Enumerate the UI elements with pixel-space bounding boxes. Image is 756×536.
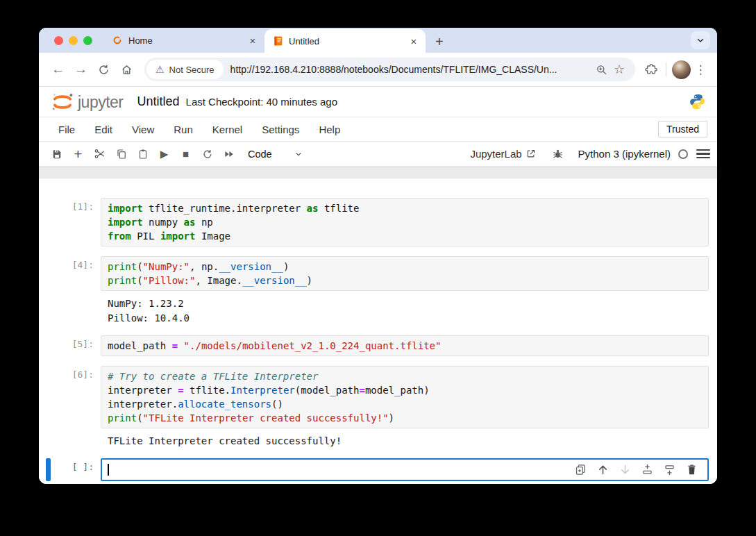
arrow-up-icon	[596, 463, 610, 476]
scissors-icon	[93, 147, 106, 160]
arrow-down-icon	[619, 463, 632, 476]
delete-cell-button[interactable]	[685, 463, 698, 476]
open-in-jupyterlab-link[interactable]: JupyterLab	[470, 148, 535, 160]
toolbar-overflow-menu[interactable]	[696, 149, 710, 159]
tab-search-button[interactable]	[691, 31, 710, 49]
menu-kernel[interactable]: Kernel	[203, 121, 252, 138]
jupyter-header: jupyter Untitled Last Checkpoint: 40 min…	[39, 87, 717, 117]
jupyter-logo[interactable]: jupyter	[50, 92, 124, 112]
jupyterlab-label: JupyterLab	[470, 148, 521, 160]
bookmark-star-button[interactable]: ☆	[610, 60, 628, 78]
move-cell-down-button[interactable]	[619, 463, 632, 476]
home-button[interactable]	[116, 59, 137, 81]
close-tab-icon[interactable]: ×	[246, 35, 259, 47]
not-secure-warning-icon: ⚠	[156, 64, 165, 75]
save-icon	[51, 148, 63, 160]
cell-type-value: Code	[248, 149, 272, 160]
text-cursor	[108, 464, 109, 476]
browser-menu-button[interactable]: ⋮	[692, 62, 709, 77]
cell-output: NumPy: 1.23.2Pillow: 10.4.0	[101, 296, 709, 326]
restart-kernel-button[interactable]	[196, 144, 218, 164]
fullscreen-window-button[interactable]	[83, 36, 92, 45]
active-cell-indicator[interactable]	[46, 458, 51, 481]
cell-code-editor[interactable]: model_path = "./models/mobilenet_v2_1.0_…	[101, 335, 709, 356]
menu-edit[interactable]: Edit	[85, 121, 122, 138]
jupyter-logo-icon	[50, 92, 75, 112]
menu-settings[interactable]: Settings	[252, 121, 309, 138]
notebook-cell[interactable]: [4]:print("NumPy:", np.__version__)print…	[39, 256, 717, 326]
trash-icon	[685, 463, 698, 476]
chevron-down-icon	[294, 150, 303, 158]
cut-cell-button[interactable]	[89, 144, 110, 164]
notebook-favicon-icon	[273, 35, 283, 47]
cell-code-editor[interactable]: import tflite_runtime.interpreter as tfl…	[101, 198, 709, 246]
cell-code-editor[interactable]: print("NumPy:", np.__version__)print("Pi…	[101, 256, 709, 291]
cell-code-editor[interactable]: # Try to create a TFLite Interpreterinte…	[101, 366, 709, 428]
add-icon: +	[74, 146, 82, 161]
notebook-title[interactable]: Untitled	[137, 94, 180, 109]
menu-view[interactable]: View	[122, 121, 164, 138]
notebook-cell[interactable]: [6]:# Try to create a TFLite Interpreter…	[39, 366, 717, 449]
duplicate-cell-button[interactable]	[574, 463, 587, 476]
reload-icon	[97, 63, 110, 76]
browser-tab-home[interactable]: Home ×	[103, 28, 264, 53]
kernel-name[interactable]: Python 3 (ipykernel)	[578, 148, 671, 160]
save-button[interactable]	[46, 144, 67, 164]
copy-cell-button[interactable]	[110, 144, 132, 164]
notebook-cell[interactable]: [1]:import tflite_runtime.interpreter as…	[39, 198, 717, 246]
menu-run[interactable]: Run	[164, 121, 203, 138]
back-button[interactable]: ←	[47, 59, 69, 81]
address-bar[interactable]: ⚠ Not Secure http://192.168.4.210:8888/n…	[144, 58, 635, 81]
new-tab-button[interactable]: +	[435, 35, 444, 49]
insert-cell-below-button[interactable]	[663, 463, 676, 476]
puzzle-icon	[644, 62, 658, 76]
zoom-page-button[interactable]	[592, 60, 610, 78]
tab-strip: Home × Untitled × +	[39, 28, 717, 53]
menu-help[interactable]: Help	[309, 121, 350, 138]
window-controls	[54, 36, 92, 45]
close-tab-icon[interactable]: ×	[408, 35, 420, 47]
extensions-button[interactable]	[642, 60, 660, 78]
restart-run-all-button[interactable]	[218, 144, 240, 164]
notebook-cell[interactable]: [ ]:	[39, 458, 717, 481]
debugger-button[interactable]	[547, 144, 569, 164]
forward-icon: →	[74, 62, 87, 77]
url-text[interactable]: http://192.168.4.210:8888/notebooks/Docu…	[230, 64, 592, 75]
cell-execution-prompt: [6]:	[39, 366, 101, 428]
python-logo-icon	[689, 93, 706, 110]
notebook-cell[interactable]: [5]:model_path = "./models/mobilenet_v2_…	[39, 335, 717, 356]
jupyter-spinner-icon	[112, 35, 123, 46]
fast-forward-icon	[223, 148, 235, 160]
paste-cell-button[interactable]	[132, 144, 153, 164]
cell-type-dropdown[interactable]: Code	[248, 149, 303, 160]
browser-tab-untitled[interactable]: Untitled ×	[264, 29, 426, 53]
insert-cell-button[interactable]: +	[67, 144, 89, 164]
reload-button[interactable]	[93, 59, 115, 81]
run-cell-button[interactable]: ▶	[153, 144, 175, 164]
checkpoint-status: Last Checkpoint: 40 minutes ago	[186, 96, 337, 108]
zoom-in-icon	[595, 63, 608, 76]
interrupt-kernel-button[interactable]: ■	[175, 144, 196, 164]
profile-avatar[interactable]	[672, 60, 691, 79]
bug-icon	[552, 148, 564, 160]
forward-button[interactable]: →	[70, 59, 92, 81]
browser-window: Home × Untitled × + ← →	[39, 28, 717, 484]
cell-code-editor[interactable]	[101, 458, 709, 481]
move-cell-up-button[interactable]	[596, 463, 610, 476]
output-prompt-spacer	[39, 434, 101, 449]
notebook-cells: [1]:import tflite_runtime.interpreter as…	[39, 178, 717, 484]
menu-file[interactable]: File	[49, 121, 85, 138]
trusted-button[interactable]: Trusted	[658, 121, 707, 137]
cell-execution-prompt: [4]:	[39, 256, 101, 291]
kernel-status-indicator	[678, 149, 688, 159]
notebook-scroll-strip[interactable]	[39, 167, 717, 178]
security-chip[interactable]: ⚠ Not Secure	[146, 60, 224, 79]
tab-title: Untitled	[289, 36, 402, 47]
copy-icon	[115, 148, 128, 160]
minimize-window-button[interactable]	[69, 36, 78, 45]
close-window-button[interactable]	[54, 36, 63, 45]
insert-cell-above-button[interactable]	[641, 463, 654, 476]
toolbar-divider	[666, 62, 666, 76]
cell-execution-prompt: [5]:	[39, 335, 101, 356]
tab-title: Home	[128, 35, 241, 46]
